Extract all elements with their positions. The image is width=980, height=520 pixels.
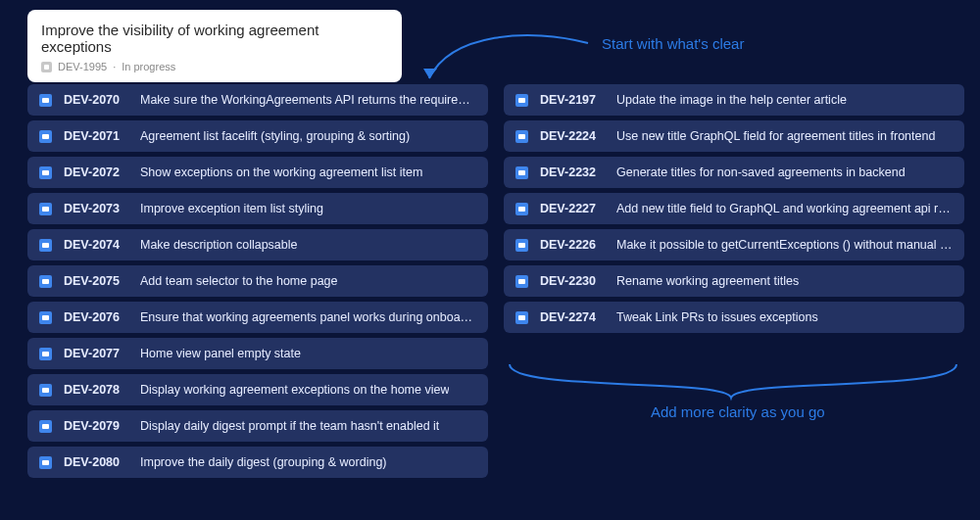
story-icon: [515, 130, 528, 143]
ticket-title: Home view panel empty state: [140, 347, 301, 360]
ticket-row[interactable]: DEV-2078Display working agreement except…: [27, 374, 488, 405]
ticket-row[interactable]: DEV-2197Update the image in the help cen…: [504, 84, 964, 116]
epic-title: Improve the visibility of working agreem…: [41, 22, 388, 55]
ticket-row[interactable]: DEV-2274Tweak Link PRs to issues excepti…: [504, 302, 964, 333]
story-icon: [515, 239, 528, 252]
ticket-row[interactable]: DEV-2230Rename working agreement titles: [504, 265, 964, 297]
ticket-row[interactable]: DEV-2077Home view panel empty state: [27, 338, 488, 369]
ticket-row[interactable]: DEV-2076Ensure that working agreements p…: [27, 302, 488, 333]
ticket-title: Display daily digest prompt if the team …: [140, 419, 439, 433]
ticket-title: Rename working agreement titles: [616, 274, 799, 288]
ticket-id: DEV-2197: [540, 93, 605, 107]
epic-id: DEV-1995: [58, 61, 107, 72]
ticket-title: Generate titles for non-saved agreements…: [616, 165, 906, 179]
ticket-title: Add new title field to GraphQL and worki…: [616, 202, 953, 215]
ticket-row[interactable]: DEV-2075Add team selector to the home pa…: [27, 265, 488, 297]
ticket-id: DEV-2071: [64, 129, 128, 143]
ticket-title: Improve the daily digest (grouping & wor…: [140, 455, 387, 469]
ticket-title: Display working agreement exceptions on …: [140, 383, 449, 397]
ticket-id: DEV-2232: [540, 165, 605, 179]
story-icon: [39, 166, 52, 179]
ticket-id: DEV-2078: [64, 383, 128, 397]
ticket-title: Make it possible to getCurrentExceptions…: [616, 238, 953, 252]
ticket-column-left: DEV-2070Make sure the WorkingAgreements …: [27, 84, 488, 478]
ticket-row[interactable]: DEV-2232Generate titles for non-saved ag…: [504, 157, 964, 188]
story-icon: [39, 348, 52, 360]
ticket-title: Update the image in the help center arti…: [616, 93, 847, 107]
ticket-row[interactable]: DEV-2226Make it possible to getCurrentEx…: [504, 229, 964, 260]
ticket-row[interactable]: DEV-2071Agreement list facelift (styling…: [27, 120, 488, 152]
ticket-title: Agreement list facelift (styling, groupi…: [140, 129, 410, 143]
ticket-title: Show exceptions on the working agreement…: [140, 165, 422, 179]
ticket-id: DEV-2230: [540, 274, 605, 288]
ticket-id: DEV-2226: [540, 238, 605, 252]
story-icon: [39, 203, 52, 215]
ticket-title: Make sure the WorkingAgreements API retu…: [140, 93, 476, 107]
ticket-id: DEV-2224: [540, 129, 605, 143]
ticket-id: DEV-2072: [64, 165, 128, 179]
ticket-id: DEV-2074: [64, 238, 128, 252]
ticket-title: Ensure that working agreements panel wor…: [140, 310, 476, 324]
story-icon: [39, 456, 52, 469]
ticket-row[interactable]: DEV-2073Improve exception item list styl…: [27, 193, 488, 224]
ticket-row[interactable]: DEV-2072Show exceptions on the working a…: [27, 157, 488, 188]
story-icon: [39, 94, 52, 107]
story-icon: [39, 311, 52, 324]
epic-meta: DEV-1995 · In progress: [41, 61, 388, 72]
meta-separator: ·: [113, 61, 116, 72]
ticket-row[interactable]: DEV-2080Improve the daily digest (groupi…: [27, 447, 488, 478]
ticket-column-right: DEV-2197Update the image in the help cen…: [504, 84, 964, 478]
story-icon: [39, 239, 52, 252]
ticket-columns: DEV-2070Make sure the WorkingAgreements …: [27, 84, 964, 478]
ticket-id: DEV-2076: [64, 310, 128, 324]
ticket-title: Improve exception item list styling: [140, 202, 323, 215]
story-icon: [39, 420, 52, 433]
ticket-id: DEV-2075: [64, 274, 128, 288]
story-icon: [515, 311, 528, 324]
ticket-id: DEV-2227: [540, 202, 605, 215]
story-icon: [515, 94, 528, 107]
ticket-title: Tweak Link PRs to issues exceptions: [616, 310, 818, 324]
story-icon: [515, 203, 528, 215]
story-icon: [515, 166, 528, 179]
epic-status: In progress: [122, 61, 175, 72]
ticket-id: DEV-2073: [64, 202, 128, 215]
ticket-id: DEV-2070: [64, 93, 128, 107]
story-icon: [515, 275, 528, 288]
ticket-id: DEV-2079: [64, 419, 128, 433]
ticket-row[interactable]: DEV-2224Use new title GraphQL field for …: [504, 120, 964, 152]
annotation-top: Start with what's clear: [602, 35, 744, 52]
ticket-row[interactable]: DEV-2227Add new title field to GraphQL a…: [504, 193, 964, 224]
ticket-id: DEV-2077: [64, 347, 128, 360]
ticket-id: DEV-2274: [540, 310, 605, 324]
story-icon: [39, 275, 52, 288]
svg-marker-0: [423, 69, 437, 78]
ticket-row[interactable]: DEV-2074Make description collapsable: [27, 229, 488, 260]
epic-icon: [41, 62, 52, 72]
ticket-id: DEV-2080: [64, 455, 128, 469]
epic-header-card[interactable]: Improve the visibility of working agreem…: [27, 10, 402, 82]
ticket-title: Make description collapsable: [140, 238, 298, 252]
story-icon: [39, 384, 52, 397]
ticket-title: Add team selector to the home page: [140, 274, 338, 288]
ticket-row[interactable]: DEV-2079Display daily digest prompt if t…: [27, 410, 488, 442]
story-icon: [39, 130, 52, 143]
ticket-title: Use new title GraphQL field for agreemen…: [616, 129, 935, 143]
ticket-row[interactable]: DEV-2070Make sure the WorkingAgreements …: [27, 84, 488, 116]
